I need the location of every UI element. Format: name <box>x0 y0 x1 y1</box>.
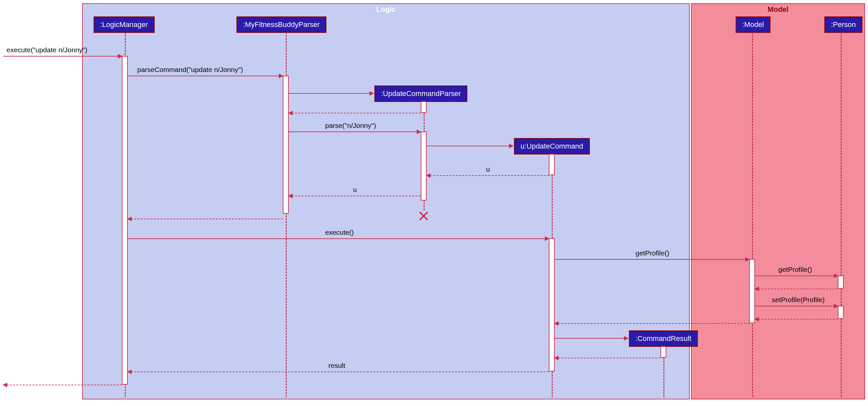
activation-person-set <box>838 306 844 319</box>
arrow-cr-return <box>555 358 660 358</box>
arrow-model-return <box>555 323 749 324</box>
arrow-create-uc <box>427 146 513 146</box>
label-m9: setProfile(Profile) <box>772 296 825 304</box>
label-m5: u <box>353 186 357 194</box>
destroy-icon <box>418 210 429 222</box>
arrow-m7 <box>555 259 749 260</box>
activation-person-get <box>838 276 844 289</box>
activation-parser <box>283 76 289 214</box>
arrow-m8 <box>755 276 838 276</box>
arrow-m4 <box>427 175 549 176</box>
arrow-m5 <box>289 196 421 196</box>
arrow-m8-return <box>755 289 838 289</box>
arrow-create-cr <box>555 338 628 339</box>
activation-updatecmd-exec <box>549 238 555 372</box>
label-m7: getProfile() <box>636 249 669 257</box>
arrow-create-ucp <box>289 93 373 94</box>
activation-ucp-parse <box>421 132 427 201</box>
lifeline-model <box>752 32 753 397</box>
label-m8: getProfile() <box>778 266 812 273</box>
arrow-final-return <box>3 385 122 385</box>
label-m3: parse("n/Jonny") <box>325 122 376 129</box>
participant-update-cmd-parser: :UpdateCommandParser <box>374 85 467 102</box>
participant-logic-manager: :LogicManager <box>94 17 155 33</box>
activation-updatecmd-create <box>549 154 555 175</box>
arrow-m1 <box>3 56 122 57</box>
logic-container: Logic <box>82 3 690 400</box>
arrow-m9 <box>755 306 838 307</box>
logic-title: Logic <box>376 5 396 14</box>
activation-ucp-create <box>421 101 427 113</box>
model-title: Model <box>768 5 788 14</box>
arrow-ucp-create-return <box>289 113 421 113</box>
participant-parser: :MyFitnessBuddyParser <box>237 17 327 33</box>
arrow-parser-return <box>128 219 283 219</box>
arrow-m3 <box>289 132 421 132</box>
model-container: Model <box>691 3 865 400</box>
participant-person: :Person <box>824 17 862 33</box>
activation-command-result <box>660 346 666 358</box>
participant-command-result: :CommandResult <box>629 330 698 347</box>
arrow-m10 <box>128 372 549 372</box>
lifeline-person <box>841 32 842 397</box>
participant-model: :Model <box>736 17 771 33</box>
label-m6: execute() <box>325 229 354 236</box>
participant-update-cmd: u:UpdateCommand <box>514 138 590 154</box>
arrow-m9-return <box>755 319 838 320</box>
label-m2: parseCommand("update n/Jonny") <box>137 66 243 74</box>
label-m10: result <box>329 361 345 370</box>
arrow-m2 <box>128 76 283 76</box>
label-m1: execute("update n/Jonny") <box>6 46 87 54</box>
label-m4: u <box>486 165 490 173</box>
arrow-m6 <box>128 238 549 239</box>
